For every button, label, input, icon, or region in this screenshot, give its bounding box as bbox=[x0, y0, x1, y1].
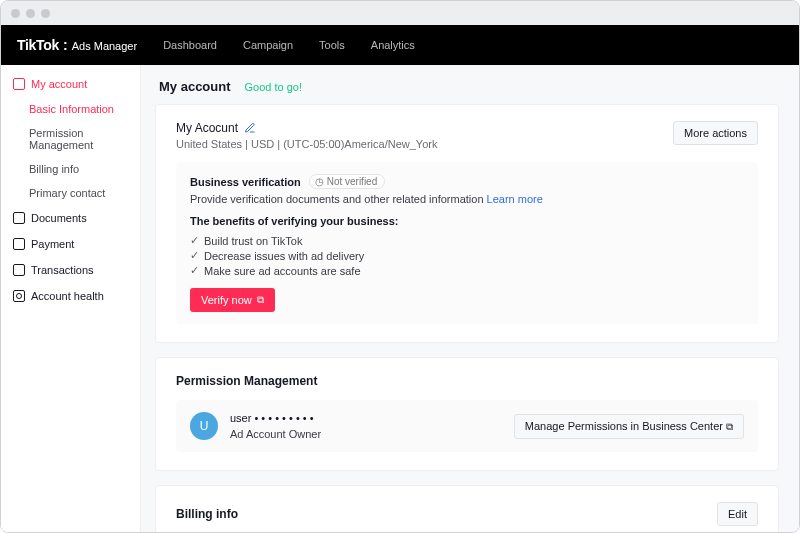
browser-chrome bbox=[1, 1, 799, 25]
billing-card: Billing info Edit bbox=[155, 485, 779, 533]
sidebar-sub-primary[interactable]: Primary contact bbox=[1, 181, 140, 205]
benefit-item: ✓Make sure ad accounts are safe bbox=[190, 263, 744, 278]
sidebar: My account Basic Information Permission … bbox=[1, 65, 141, 533]
account-name: My Acocunt bbox=[176, 121, 238, 135]
verify-box: Business verification ◷ Not verified Pro… bbox=[176, 162, 758, 324]
brand-name: TikTok bbox=[17, 37, 59, 53]
transactions-icon bbox=[13, 264, 25, 276]
check-icon: ✓ bbox=[190, 249, 199, 262]
clock-icon: ◷ bbox=[315, 176, 324, 187]
status-badge: Good to go! bbox=[245, 81, 303, 93]
document-icon bbox=[13, 212, 25, 224]
check-icon: ✓ bbox=[190, 234, 199, 247]
check-icon: ✓ bbox=[190, 264, 199, 277]
verify-desc: Provide verification documents and other… bbox=[190, 193, 744, 205]
nav-campaign[interactable]: Campaign bbox=[243, 39, 293, 51]
topbar: TikTok: Ads Manager Dashboard Campaign T… bbox=[1, 25, 799, 65]
sidebar-item-label: Account health bbox=[31, 290, 104, 302]
sidebar-item-label: My account bbox=[31, 78, 87, 90]
billing-title: Billing info bbox=[176, 507, 238, 521]
benefit-item: ✓Build trust on TikTok bbox=[190, 233, 744, 248]
health-icon bbox=[13, 290, 25, 302]
payment-icon bbox=[13, 238, 25, 250]
account-card: My Acocunt United States | USD | (UTC-05… bbox=[155, 104, 779, 343]
sidebar-sub-billing[interactable]: Billing info bbox=[1, 157, 140, 181]
sidebar-item-label: Documents bbox=[31, 212, 87, 224]
manage-permissions-button[interactable]: Manage Permissions in Business Center ⧉ bbox=[514, 414, 744, 439]
benefit-item: ✓Decrease issues with ad delivery bbox=[190, 248, 744, 263]
nav-analytics[interactable]: Analytics bbox=[371, 39, 415, 51]
sidebar-item-payment[interactable]: Payment bbox=[1, 231, 140, 257]
browser-frame: TikTok: Ads Manager Dashboard Campaign T… bbox=[0, 0, 800, 533]
sidebar-item-documents[interactable]: Documents bbox=[1, 205, 140, 231]
edit-icon[interactable] bbox=[244, 122, 256, 134]
learn-more-link[interactable]: Learn more bbox=[487, 193, 543, 205]
verify-now-button[interactable]: Verify now ⧉ bbox=[190, 288, 275, 312]
perm-role: Ad Account Owner bbox=[230, 428, 321, 440]
brand-sub: Ads Manager bbox=[72, 40, 137, 52]
window-dot bbox=[41, 9, 50, 18]
sidebar-item-transactions[interactable]: Transactions bbox=[1, 257, 140, 283]
permission-title: Permission Management bbox=[176, 374, 758, 388]
account-icon bbox=[13, 78, 25, 90]
perm-user: user • • • • • • • • • bbox=[230, 412, 321, 424]
verify-title: Business verification bbox=[190, 176, 301, 188]
sidebar-sub-basic[interactable]: Basic Information bbox=[1, 97, 140, 121]
edit-billing-button[interactable]: Edit bbox=[717, 502, 758, 526]
sidebar-item-label: Payment bbox=[31, 238, 74, 250]
sidebar-item-health[interactable]: Account health bbox=[1, 283, 140, 309]
avatar: U bbox=[190, 412, 218, 440]
brand: TikTok: Ads Manager bbox=[17, 37, 137, 53]
sidebar-sub-permission[interactable]: Permission Management bbox=[1, 121, 140, 157]
sidebar-item-my-account[interactable]: My account bbox=[1, 71, 140, 97]
more-actions-button[interactable]: More actions bbox=[673, 121, 758, 145]
benefits-heading: The benefits of verifying your business: bbox=[190, 215, 744, 227]
external-icon: ⧉ bbox=[726, 421, 733, 432]
nav-dashboard[interactable]: Dashboard bbox=[163, 39, 217, 51]
sidebar-item-label: Transactions bbox=[31, 264, 94, 276]
verify-status-pill: ◷ Not verified bbox=[309, 174, 386, 189]
content-area: My account Good to go! My Acocunt bbox=[141, 65, 799, 533]
account-sub: United States | USD | (UTC-05:00)America… bbox=[176, 138, 437, 150]
page-title: My account bbox=[159, 79, 231, 94]
nav-tools[interactable]: Tools bbox=[319, 39, 345, 51]
permission-card: Permission Management U user • • • • • •… bbox=[155, 357, 779, 471]
window-dot bbox=[11, 9, 20, 18]
window-dot bbox=[26, 9, 35, 18]
external-icon: ⧉ bbox=[257, 294, 264, 306]
